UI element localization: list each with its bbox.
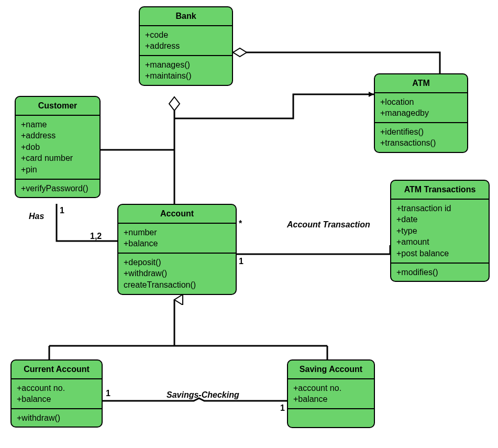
class-attributes: +code +address (140, 25, 232, 55)
mult-customer-1: 1 (60, 206, 64, 215)
class-title: Current Account (12, 360, 102, 378)
class-attributes: +account no. +balance (12, 378, 102, 408)
class-operations: +verifyPassword() (16, 179, 99, 198)
op: createTransaction() (124, 279, 230, 291)
op: +modifies() (396, 267, 483, 278)
rel-account-transactions (237, 245, 390, 254)
op: +identifies() (380, 126, 462, 138)
class-bank: Bank +code +address +manages() +maintain… (139, 6, 233, 86)
op: +withdraw() (124, 268, 230, 279)
class-operations: +deposit() +withdraw() createTransaction… (118, 253, 236, 294)
op: +manages() (145, 59, 227, 71)
mult-account-1: 1 (239, 257, 244, 266)
class-attributes: +transaction id +date +type +amount +pos… (391, 199, 489, 263)
class-operations: +withdraw() (12, 408, 102, 427)
attr: +balance (17, 394, 96, 405)
attr: +transaction id (396, 203, 483, 214)
class-title: Account (118, 205, 236, 223)
attr: +address (145, 40, 227, 52)
rel-savings-checking (103, 398, 287, 401)
mult-saving-1: 1 (280, 403, 285, 413)
op: +verifyPassword() (21, 183, 94, 194)
class-operations: +manages() +maintains() (140, 55, 232, 85)
mult-current-1: 1 (106, 389, 110, 398)
attr: +amount (396, 236, 483, 248)
attr: +pin (21, 164, 94, 176)
attr: +date (396, 214, 483, 225)
rel-customer-account-has (57, 204, 117, 241)
op: +transactions() (380, 137, 462, 149)
op: +withdraw() (17, 412, 96, 424)
class-operations: +modifies() (391, 263, 489, 281)
class-attributes: +number +balance (118, 223, 236, 253)
uml-class-diagram: Bank +code +address +manages() +maintain… (0, 0, 498, 448)
class-saving-account: Saving Account +account no. +balance (287, 359, 375, 428)
attr: +address (21, 130, 94, 141)
attr: +location (380, 96, 462, 108)
class-title: Bank (140, 7, 232, 25)
label-has: Has (29, 212, 44, 221)
class-attributes: +location +managedby (375, 92, 467, 122)
rel-generalization-accounts (49, 300, 327, 359)
attr: +account no. (17, 383, 96, 394)
class-account: Account +number +balance +deposit() +wit… (117, 204, 237, 295)
class-atm: ATM +location +managedby +identifies() +… (374, 73, 468, 153)
attr: +post balance (396, 248, 483, 259)
class-title: ATM Transactions (391, 181, 489, 199)
op: +maintains() (145, 70, 227, 82)
rel-bank-aggregation-down (101, 94, 374, 204)
class-operations (288, 408, 374, 427)
class-attributes: +account no. +balance (288, 378, 374, 408)
attr: +dob (21, 141, 94, 153)
rel-bank-atm-aggregation (233, 48, 440, 73)
class-title: Customer (16, 97, 99, 115)
class-title: Saving Account (288, 360, 374, 378)
attr: +balance (293, 394, 369, 405)
attr: +card number (21, 152, 94, 164)
class-atm-transactions: ATM Transactions +transaction id +date +… (390, 180, 490, 282)
attr: +code (145, 29, 227, 41)
class-operations: +identifies() +transactions() (375, 122, 467, 152)
attr: +type (396, 225, 483, 237)
attr: +number (124, 227, 230, 238)
class-attributes: +name +address +dob +card number +pin (16, 115, 99, 179)
attr: +balance (124, 238, 230, 249)
label-account-transaction: Account Transaction (287, 220, 370, 230)
mult-customer-12: 1,2 (90, 232, 102, 241)
op: +deposit() (124, 257, 230, 268)
attr: +account no. (293, 383, 369, 394)
attr: +managedby (380, 107, 462, 119)
class-customer: Customer +name +address +dob +card numbe… (15, 96, 101, 198)
mult-account-star: * (239, 219, 242, 228)
attr: +name (21, 119, 94, 130)
class-current-account: Current Account +account no. +balance +w… (10, 359, 103, 428)
label-savings-checking: Savings-Checking (167, 390, 239, 400)
class-title: ATM (375, 74, 467, 92)
